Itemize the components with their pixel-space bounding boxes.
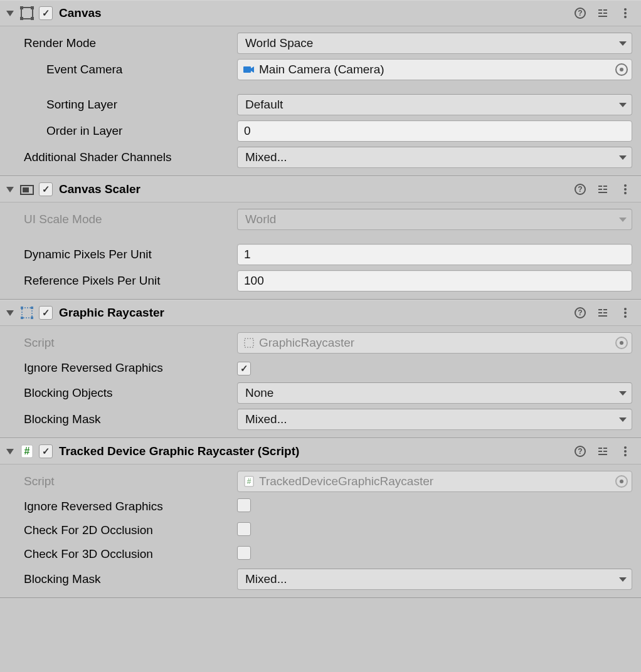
svg-text:?: ? (578, 308, 582, 317)
menu-icon[interactable] (618, 444, 632, 458)
menu-icon[interactable] (618, 182, 632, 196)
svg-rect-50 (598, 451, 602, 452)
enable-checkbox[interactable] (39, 182, 53, 196)
preset-icon[interactable] (596, 6, 610, 20)
dropdown-blocking-mask[interactable]: Mixed... (237, 409, 632, 430)
checkbox-check-3d[interactable] (237, 546, 251, 560)
component-header[interactable]: Canvas ? (0, 0, 641, 26)
label-order-in-layer: Order in Layer (46, 124, 237, 138)
help-icon[interactable]: ? (573, 306, 587, 320)
row-blocking-mask: Blocking Mask Mixed... (0, 406, 641, 433)
checkbox-ignore-reversed[interactable] (237, 362, 251, 375)
label-check-3d: Check For 3D Occlusion (24, 547, 237, 561)
row-event-camera: Event Camera Main Camera (Camera) (0, 56, 641, 83)
enable-checkbox[interactable] (39, 444, 53, 458)
chevron-down-icon (619, 417, 627, 422)
enable-checkbox[interactable] (39, 306, 53, 320)
svg-point-42 (624, 315, 627, 318)
checkbox-ignore-reversed[interactable] (237, 498, 251, 512)
checkbox-check-2d[interactable] (237, 522, 251, 536)
svg-rect-51 (603, 451, 607, 452)
svg-rect-24 (598, 192, 607, 193)
svg-rect-30 (31, 307, 33, 309)
svg-point-25 (624, 184, 627, 187)
svg-point-53 (624, 446, 627, 449)
svg-rect-9 (598, 13, 602, 14)
row-render-mode: Render Mode World Space (0, 30, 641, 56)
label-check-2d: Check For 2D Occlusion (24, 523, 237, 537)
foldout-icon[interactable] (6, 310, 14, 316)
svg-rect-2 (31, 6, 34, 9)
dropdown-shader-channels[interactable]: Mixed... (237, 147, 632, 168)
menu-icon[interactable] (618, 6, 632, 20)
svg-rect-36 (603, 309, 607, 310)
component-header[interactable]: Canvas Scaler ? (0, 176, 641, 202)
input-reference-ppu[interactable] (237, 270, 632, 291)
label-blocking-objects: Blocking Objects (24, 386, 237, 400)
svg-point-14 (624, 16, 627, 18)
svg-rect-3 (20, 17, 23, 20)
objectfield-script: # TrackedDeviceGraphicRaycaster (237, 471, 632, 492)
script-file-icon: # (243, 475, 255, 488)
menu-icon[interactable] (618, 306, 632, 320)
dropdown-render-mode[interactable]: World Space (237, 33, 632, 54)
row-shader-channels: Additional Shader Channels Mixed... (0, 144, 641, 171)
component-graphic-raycaster: Graphic Raycaster ? Script GraphicRaycas… (0, 300, 641, 438)
raycaster-script-icon (243, 337, 255, 349)
input-dynamic-ppu[interactable] (237, 244, 632, 265)
input-order-in-layer[interactable] (237, 120, 632, 142)
label-ignore-reversed: Ignore Reversed Graphics (24, 500, 237, 513)
svg-point-12 (624, 8, 627, 11)
objectfield-script: GraphicRaycaster (237, 332, 632, 354)
foldout-icon[interactable] (6, 187, 14, 192)
label-sorting-layer: Sorting Layer (46, 98, 237, 112)
dropdown-blocking-mask[interactable]: Mixed... (237, 569, 632, 590)
dropdown-sorting-layer[interactable]: Default (237, 94, 632, 115)
row-dynamic-ppu: Dynamic Pixels Per Unit (0, 241, 641, 268)
component-title: Canvas Scaler (59, 182, 573, 196)
object-picker-icon[interactable] (615, 63, 628, 76)
dropdown-blocking-objects[interactable]: None (237, 382, 632, 404)
row-script: Script # TrackedDeviceGraphicRaycaster (0, 468, 641, 495)
component-canvas: Canvas ? Render Mode World Space Event C… (0, 0, 641, 176)
help-icon[interactable]: ? (573, 6, 587, 20)
row-blocking-mask: Blocking Mask Mixed... (0, 566, 641, 592)
row-reference-ppu: Reference Pixels Per Unit (0, 268, 641, 294)
chevron-down-icon (619, 218, 627, 222)
svg-rect-17 (23, 187, 29, 192)
camera-icon (243, 63, 255, 76)
row-order-in-layer: Order in Layer (0, 118, 641, 144)
preset-icon[interactable] (596, 182, 610, 196)
foldout-icon[interactable] (6, 449, 14, 454)
row-check-3d: Check For 3D Occlusion (0, 542, 641, 566)
component-title: Tracked Device Graphic Raycaster (Script… (59, 444, 573, 458)
label-script: Script (24, 475, 237, 488)
svg-rect-49 (603, 448, 607, 449)
row-sorting-layer: Sorting Layer Default (0, 92, 641, 118)
preset-icon[interactable] (596, 306, 610, 320)
svg-point-26 (624, 188, 627, 191)
object-picker-icon (615, 475, 628, 488)
component-header[interactable]: # Tracked Device Graphic Raycaster (Scri… (0, 438, 641, 465)
row-ignore-reversed: Ignore Reversed Graphics (0, 495, 641, 518)
svg-rect-8 (603, 9, 607, 11)
svg-rect-7 (598, 9, 602, 11)
svg-rect-15 (243, 66, 251, 73)
foldout-icon[interactable] (6, 11, 14, 16)
label-ignore-reversed: Ignore Reversed Graphics (24, 361, 237, 375)
objectfield-event-camera[interactable]: Main Camera (Camera) (237, 59, 632, 80)
raycaster-icon (19, 305, 35, 321)
label-blocking-mask: Blocking Mask (24, 572, 237, 586)
svg-point-27 (624, 192, 627, 194)
object-picker-icon (615, 337, 628, 349)
preset-icon[interactable] (596, 444, 610, 458)
svg-rect-39 (598, 315, 607, 317)
help-icon[interactable]: ? (573, 444, 587, 458)
chevron-down-icon (619, 103, 627, 107)
svg-rect-32 (31, 317, 33, 319)
help-icon[interactable]: ? (573, 182, 587, 196)
enable-checkbox[interactable] (39, 6, 53, 20)
component-header[interactable]: Graphic Raycaster ? (0, 300, 641, 326)
svg-rect-52 (598, 454, 607, 455)
svg-rect-11 (598, 16, 607, 17)
